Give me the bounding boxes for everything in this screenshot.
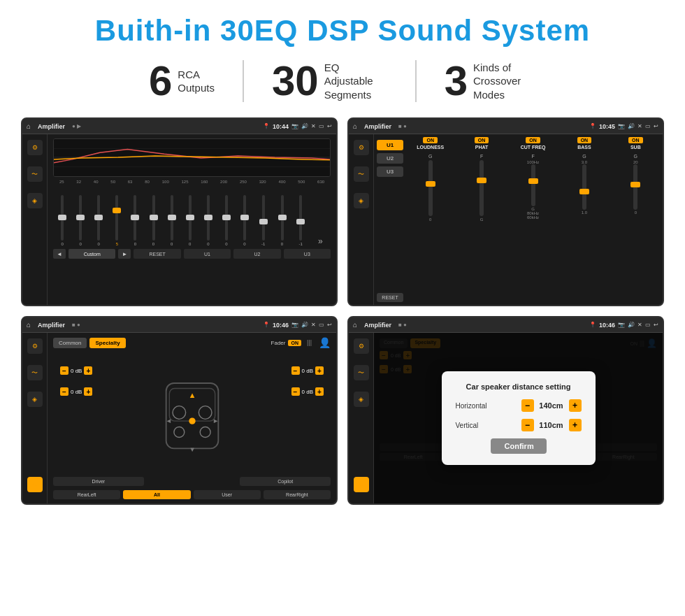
slider-1[interactable]: 0 — [61, 195, 64, 246]
co-u1-btn[interactable]: U1 — [377, 140, 403, 150]
co-window-icon[interactable]: ▭ — [645, 123, 651, 129]
eq-wave-icon[interactable]: 〜 — [27, 166, 43, 182]
eq-prev-btn[interactable]: ◄ — [53, 249, 66, 259]
eq-bottom-bar: ◄ Custom ► RESET U1 U2 U3 — [53, 249, 331, 259]
fader-speaker-icon[interactable]: ◈ — [27, 392, 43, 407]
eq-u3-btn[interactable]: U3 — [284, 249, 331, 259]
driver-btn[interactable]: Driver — [53, 477, 144, 486]
slider-12[interactable]: -1 — [261, 195, 265, 246]
dialog-back-icon[interactable]: ↩ — [654, 322, 658, 328]
fader-close-icon[interactable]: ✕ — [311, 322, 316, 328]
freq-63: 63 — [128, 180, 133, 184]
freq-100: 100 — [162, 180, 169, 184]
rear-left-minus[interactable]: − — [60, 387, 68, 396]
eq-time: 10:44 — [273, 123, 289, 130]
co-u3-btn[interactable]: U3 — [377, 166, 403, 177]
all-btn[interactable]: All — [123, 490, 190, 499]
eq-u2-btn[interactable]: U2 — [233, 249, 280, 259]
dialog-home-icon[interactable]: ⌂ — [353, 321, 357, 329]
front-left-minus[interactable]: − — [60, 366, 68, 375]
home-icon[interactable]: ⌂ — [27, 122, 31, 130]
eq-u1-btn[interactable]: U1 — [184, 249, 231, 259]
co-home-icon[interactable]: ⌂ — [353, 122, 357, 130]
eq-sidebar: ⚙ 〜 ◈ — [22, 134, 48, 305]
loudness-on[interactable]: ON — [423, 137, 438, 143]
cutfreq-slider[interactable] — [531, 164, 535, 206]
co-phat-slider-col: F G — [457, 154, 505, 302]
common-mode-btn[interactable]: Common — [53, 338, 87, 348]
vertical-minus-btn[interactable]: − — [521, 419, 534, 431]
slider-3[interactable]: 0 — [97, 195, 100, 246]
fader-expand-icon[interactable]: ⇔ — [27, 477, 43, 492]
dialog-time: 10:46 — [599, 322, 615, 329]
fader-filter-icon[interactable]: ⚙ — [27, 338, 43, 354]
stat-eq-label: EQ AdjustableSegments — [324, 61, 387, 102]
slider-14[interactable]: -1 — [299, 195, 303, 246]
rear-left-plus[interactable]: + — [84, 387, 92, 396]
co-speaker-icon[interactable]: ◈ — [354, 193, 369, 208]
phat-on[interactable]: ON — [475, 137, 489, 143]
dlg-wave-icon[interactable]: 〜 — [354, 365, 369, 380]
dlg-filter-icon[interactable]: ⚙ — [354, 338, 369, 354]
rear-right-minus[interactable]: − — [291, 387, 300, 396]
slider-11[interactable]: 0 — [243, 195, 246, 246]
sub-slider[interactable] — [633, 164, 637, 210]
cutfreq-on[interactable]: ON — [526, 137, 540, 143]
front-left-plus[interactable]: + — [84, 366, 92, 375]
dlg-speaker-icon[interactable]: ◈ — [354, 392, 369, 407]
specialty-mode-btn[interactable]: Specialty — [89, 338, 125, 348]
slider-5[interactable]: 0 — [134, 195, 136, 246]
co-close-icon[interactable]: ✕ — [637, 123, 642, 129]
eq-custom-btn[interactable]: Custom — [68, 249, 115, 259]
confirm-button[interactable]: Confirm — [491, 438, 547, 454]
slider-8[interactable]: 0 — [189, 195, 192, 246]
front-right-minus[interactable]: − — [291, 366, 300, 375]
dlg-expand-icon[interactable]: ⇔ — [354, 477, 369, 492]
close-icon[interactable]: ✕ — [311, 123, 316, 129]
vertical-plus-btn[interactable]: + — [569, 419, 582, 431]
rear-right-val: 0 dB — [302, 389, 313, 395]
eq-filter-icon[interactable]: ⚙ — [27, 140, 43, 155]
main-title: Buith-in 30EQ DSP Sound System — [21, 14, 664, 48]
fader-back-icon[interactable]: ↩ — [327, 322, 332, 328]
co-reset-btn[interactable]: RESET — [377, 293, 403, 302]
co-back-icon[interactable]: ↩ — [654, 123, 658, 129]
fader-home-icon[interactable]: ⌂ — [27, 321, 31, 329]
sub-on[interactable]: ON — [628, 137, 643, 143]
dialog-window-icon[interactable]: ▭ — [645, 322, 651, 328]
copilot-btn[interactable]: Copilot — [240, 477, 331, 486]
slider-10[interactable]: 0 — [225, 195, 228, 246]
slider-13[interactable]: 0 — [281, 195, 284, 246]
dialog-close-icon[interactable]: ✕ — [637, 322, 642, 328]
loudness-slider[interactable] — [428, 160, 433, 216]
slider-9[interactable]: 0 — [207, 195, 210, 246]
co-filter-icon[interactable]: ⚙ — [354, 140, 369, 155]
horizontal-minus-btn[interactable]: − — [521, 399, 534, 412]
slider-4[interactable]: 5 — [115, 195, 118, 246]
rear-right-plus[interactable]: + — [315, 387, 324, 396]
co-wave-icon[interactable]: 〜 — [354, 166, 369, 182]
fader-on-badge[interactable]: ON — [288, 340, 301, 346]
rearright-btn[interactable]: RearRight — [264, 490, 331, 499]
slider-2[interactable]: 0 — [79, 195, 82, 246]
eq-reset-btn[interactable]: RESET — [134, 249, 180, 259]
fader-on-row: Fader ON ||| 👤 — [271, 337, 331, 348]
front-right-plus[interactable]: + — [315, 366, 324, 375]
user-btn[interactable]: User — [194, 490, 261, 499]
rearleft-btn[interactable]: RearLeft — [53, 490, 120, 499]
bass-slider[interactable] — [582, 164, 586, 210]
horizontal-plus-btn[interactable]: + — [569, 399, 582, 412]
eq-speaker-icon[interactable]: ◈ — [27, 193, 43, 208]
bass-on[interactable]: ON — [577, 137, 592, 143]
slider-7[interactable]: 0 — [171, 195, 173, 246]
phat-slider[interactable] — [480, 160, 484, 216]
fader-window-icon[interactable]: ▭ — [319, 322, 324, 328]
co-u2-btn[interactable]: U2 — [377, 153, 403, 164]
back-icon[interactable]: ↩ — [327, 123, 332, 129]
window-icon[interactable]: ▭ — [319, 123, 324, 129]
eq-freq-labels: 25 32 40 50 63 80 100 125 160 200 250 32… — [53, 180, 331, 184]
fader-wave-icon[interactable]: 〜 — [27, 365, 43, 380]
slider-6[interactable]: 0 — [152, 195, 155, 246]
more-icon[interactable]: » — [318, 236, 323, 246]
eq-next-btn[interactable]: ► — [118, 249, 131, 259]
